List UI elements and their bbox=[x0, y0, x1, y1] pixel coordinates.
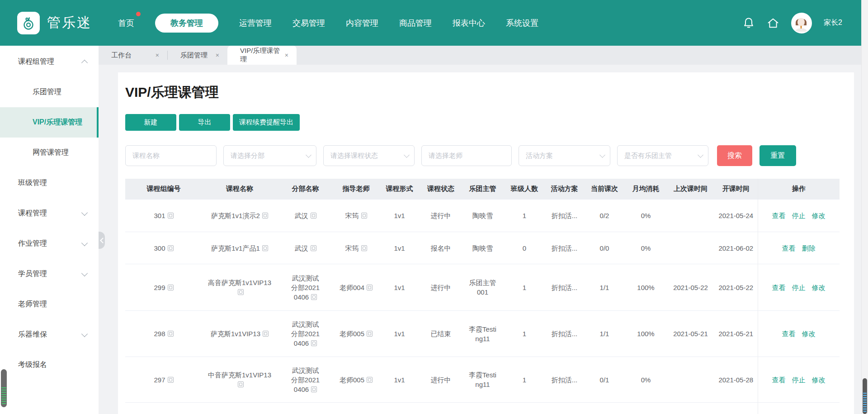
copy-icon[interactable] bbox=[262, 245, 268, 251]
filter-teacher-input[interactable]: 请选择老师 bbox=[421, 145, 512, 166]
left-scrollbar-thumb[interactable] bbox=[1, 369, 7, 407]
cell-teacher: 宋筠 bbox=[334, 232, 378, 264]
stop-action-link[interactable]: 停止 bbox=[792, 376, 806, 384]
bell-icon[interactable] bbox=[742, 17, 755, 29]
sidebar-item-student-mgmt[interactable]: 学员管理 bbox=[0, 259, 99, 289]
cell-monthly-consumption: 0% bbox=[625, 232, 667, 264]
reset-button[interactable]: 重置 bbox=[760, 145, 796, 166]
sidebar-item-class-mgmt[interactable]: 班级管理 bbox=[0, 168, 99, 198]
edit-action-link[interactable]: 修改 bbox=[802, 330, 816, 338]
copy-icon[interactable] bbox=[168, 285, 174, 290]
nav-item-edu[interactable]: 教务管理 bbox=[155, 14, 218, 33]
cell-operation: 查看删除 bbox=[758, 232, 840, 264]
edit-action-link[interactable]: 修改 bbox=[812, 376, 826, 384]
nav-item-trade[interactable]: 交易管理 bbox=[292, 14, 325, 33]
column-header-group-no: 课程组编号 bbox=[125, 179, 202, 200]
home-icon[interactable] bbox=[767, 17, 779, 29]
sidebar-item-exam-registration[interactable]: 考级报名 bbox=[0, 350, 99, 380]
cell-last-lesson-time bbox=[667, 403, 714, 414]
cell-activity-plan: 折扣活... bbox=[545, 311, 584, 357]
copy-icon[interactable] bbox=[311, 245, 316, 251]
filter-course-name-input[interactable]: 课程名称 bbox=[125, 145, 217, 166]
filter-has-band-manager-select[interactable]: 是否有乐团主管 bbox=[617, 145, 708, 166]
sidebar-item-course-group-mgmt[interactable]: 课程组管理 bbox=[0, 47, 99, 77]
cell-group-no: 297 bbox=[125, 357, 202, 403]
copy-icon[interactable] bbox=[361, 213, 367, 219]
edit-action-link[interactable]: 修改 bbox=[812, 284, 826, 291]
filter-branch-select[interactable]: 请选择分部 bbox=[223, 145, 316, 166]
copy-icon[interactable] bbox=[238, 381, 244, 387]
renew-remind-export-button[interactable]: 课程续费提醒导出 bbox=[233, 114, 300, 131]
filter-course-status-select[interactable]: 请选择课程状态 bbox=[323, 145, 415, 166]
window-scrollbar-track[interactable] bbox=[861, 0, 868, 414]
tab-band-mgmt[interactable]: 乐团管理× bbox=[168, 46, 227, 65]
copy-icon[interactable] bbox=[311, 213, 316, 219]
copy-icon[interactable] bbox=[367, 285, 373, 290]
cell-operation: 查看停止修改 bbox=[758, 264, 840, 311]
cell-activity-plan bbox=[545, 403, 584, 414]
view-action-link[interactable]: 查看 bbox=[772, 212, 786, 219]
search-button[interactable]: 搜索 bbox=[717, 145, 752, 166]
copy-icon[interactable] bbox=[311, 386, 317, 392]
cell-activity-plan: 折扣活... bbox=[545, 357, 584, 403]
window-scrollbar-thumb[interactable] bbox=[863, 378, 867, 414]
table-row: 297中音萨克斯1v1VIP13武汉测试分部20210406老师0051v1进行… bbox=[125, 357, 840, 403]
sidebar-item-label: VIP/乐理课管理 bbox=[33, 118, 82, 127]
copy-icon[interactable] bbox=[311, 340, 317, 346]
chevron-down-icon bbox=[81, 209, 88, 215]
copy-icon[interactable] bbox=[361, 245, 367, 251]
copy-icon[interactable] bbox=[168, 377, 174, 383]
copy-icon[interactable] bbox=[168, 245, 174, 251]
nav-item-goods[interactable]: 商品管理 bbox=[399, 14, 432, 33]
sidebar-item-homework-mgmt[interactable]: 作业管理 bbox=[0, 228, 99, 259]
tab-close-icon[interactable]: × bbox=[280, 52, 297, 59]
copy-icon[interactable] bbox=[263, 331, 269, 337]
username[interactable]: 家长2 bbox=[824, 18, 842, 28]
delete-action-link[interactable]: 删除 bbox=[802, 244, 816, 252]
cell-branch-name: 武汉测试分部20210406 bbox=[277, 357, 334, 403]
column-header-class-size: 班级人数 bbox=[504, 179, 545, 200]
nav-item-operation[interactable]: 运营管理 bbox=[239, 14, 272, 33]
brand[interactable]: 管乐迷 bbox=[17, 12, 92, 34]
nav-item-content[interactable]: 内容管理 bbox=[346, 14, 378, 33]
copy-icon[interactable] bbox=[168, 213, 174, 219]
view-action-link[interactable]: 查看 bbox=[772, 284, 786, 291]
cell-course-status: 已结束 bbox=[420, 311, 461, 357]
sidebar-item-label: 网管课管理 bbox=[33, 148, 69, 157]
sidebar-item-label: 乐团管理 bbox=[33, 87, 61, 97]
copy-icon[interactable] bbox=[168, 331, 174, 337]
stop-action-link[interactable]: 停止 bbox=[792, 284, 806, 291]
tab-vip-course[interactable]: VIP/乐理课管理× bbox=[227, 46, 297, 65]
filter-activity-plan-select[interactable]: 活动方案 bbox=[519, 145, 610, 166]
copy-icon[interactable] bbox=[367, 331, 373, 337]
cell-current-lesson: 0/0 bbox=[584, 232, 625, 264]
copy-icon[interactable] bbox=[238, 289, 244, 295]
sidebar-item-band-mgmt[interactable]: 乐团管理 bbox=[0, 77, 99, 107]
export-button[interactable]: 导出 bbox=[179, 114, 230, 131]
app-root: 管乐迷 首页教务管理运营管理交易管理内容管理商品管理报表中心系统设置 bbox=[0, 0, 868, 414]
sidebar-collapse-handle[interactable] bbox=[99, 232, 105, 249]
nav-item-report[interactable]: 报表中心 bbox=[453, 14, 485, 33]
view-action-link[interactable]: 查看 bbox=[782, 244, 796, 252]
sidebar-item-instrument-maintenance[interactable]: 乐器维保 bbox=[0, 319, 99, 350]
user-avatar[interactable] bbox=[791, 13, 812, 33]
nav-item-home[interactable]: 首页 bbox=[118, 14, 134, 33]
sidebar-item-teacher-mgmt[interactable]: 老师管理 bbox=[0, 289, 99, 319]
tab-workbench[interactable]: 工作台× bbox=[99, 46, 167, 65]
stop-action-link[interactable]: 停止 bbox=[792, 212, 806, 219]
view-action-link[interactable]: 查看 bbox=[782, 330, 796, 338]
view-action-link[interactable]: 查看 bbox=[772, 376, 786, 384]
sidebar-item-online-course-mgmt[interactable]: 网管课管理 bbox=[0, 138, 99, 168]
column-header-band-manager: 乐团主管 bbox=[461, 179, 504, 200]
nav-item-system[interactable]: 系统设置 bbox=[506, 14, 538, 33]
sidebar-item-vip-course-mgmt[interactable]: VIP/乐理课管理 bbox=[0, 107, 99, 138]
tab-close-icon[interactable]: × bbox=[151, 52, 167, 59]
sidebar-item-course-mgmt[interactable]: 课程管理 bbox=[0, 198, 99, 228]
edit-action-link[interactable]: 修改 bbox=[812, 212, 826, 219]
copy-icon[interactable] bbox=[311, 294, 317, 300]
copy-icon[interactable] bbox=[262, 213, 268, 219]
cell-current-lesson: 1/1 bbox=[584, 264, 625, 311]
create-button[interactable]: 新建 bbox=[125, 114, 176, 131]
copy-icon[interactable] bbox=[367, 377, 373, 383]
tab-close-icon[interactable]: × bbox=[211, 52, 227, 59]
